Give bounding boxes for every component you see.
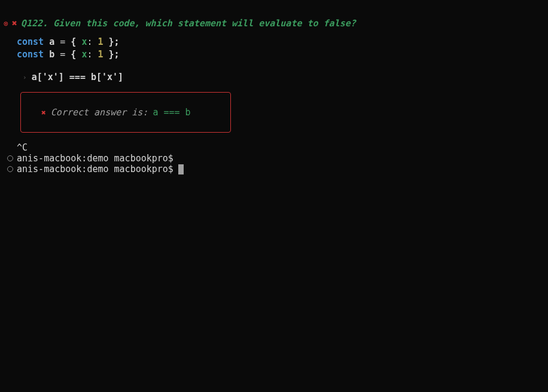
- shell-prompt-2[interactable]: anis-macbook:demo macbookpro$: [7, 164, 544, 174]
- prompt-text: anis-macbook:demo macbookpro$: [17, 164, 173, 174]
- interrupt-signal: ^C: [17, 142, 544, 153]
- var-b: b: [49, 49, 54, 60]
- question-text: Q122. Given this code, which statement w…: [21, 18, 356, 29]
- open-brace: {: [71, 49, 76, 60]
- error-circle-icon: ⊗: [4, 19, 8, 28]
- circle-icon: [7, 166, 13, 172]
- var-a: a: [49, 36, 54, 47]
- circle-icon: [7, 155, 13, 161]
- question-line: ⊗ ✖ Q122. Given this code, which stateme…: [4, 18, 544, 29]
- user-answer-line: › a['x'] === b['x']: [23, 72, 544, 82]
- keyword-const: const: [17, 49, 44, 60]
- colon: :: [87, 36, 92, 47]
- x-mark-icon: ✖: [12, 18, 17, 29]
- code-block: const a = { x: 1 }; const b = { x: 1 };: [17, 36, 544, 61]
- equals: =: [60, 36, 65, 47]
- colon: :: [87, 49, 92, 60]
- code-line-1: const a = { x: 1 };: [17, 36, 544, 48]
- prompt-text: anis-macbook:demo macbookpro$: [17, 153, 173, 164]
- correct-answer-text: a === b: [153, 107, 190, 118]
- cursor-icon: [178, 164, 184, 174]
- feedback-inner: ✖ Correct answer is: a === b: [41, 107, 210, 118]
- keyword-const: const: [17, 36, 44, 47]
- user-answer-text: a['x'] === b['x']: [32, 72, 124, 82]
- number-1: 1: [98, 36, 103, 47]
- shell-prompt-1: anis-macbook:demo macbookpro$: [7, 153, 544, 164]
- x-mark-icon: ✖: [41, 108, 46, 117]
- close-brace: };: [109, 36, 120, 47]
- close-brace: };: [109, 49, 120, 60]
- open-brace: {: [71, 36, 76, 47]
- feedback-label: Correct answer is:: [51, 107, 148, 118]
- chevron-right-icon: ›: [23, 74, 27, 81]
- code-line-2: const b = { x: 1 };: [17, 48, 544, 61]
- feedback-box: ✖ Correct answer is: a === b: [20, 92, 231, 133]
- number-1: 1: [98, 49, 103, 60]
- equals: =: [60, 49, 65, 60]
